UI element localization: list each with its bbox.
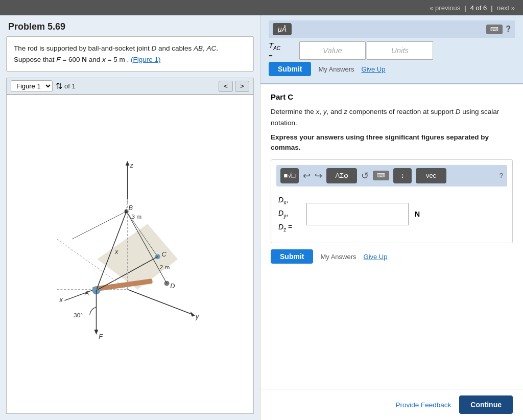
part-c-toolbar: ■√□ ↩ ↪ AΣφ ↺ ⌨ ↕: [276, 165, 507, 186]
matrix-sqrt-icon: ■√□: [284, 172, 296, 179]
svg-rect-9: [92, 278, 153, 292]
svg-text:30°: 30°: [74, 312, 83, 319]
continue-button[interactable]: Continue: [459, 395, 513, 414]
problem-title: Problem 5.69: [0, 15, 260, 36]
cycle-button[interactable]: ↺: [361, 170, 369, 181]
separator2: |: [491, 4, 492, 12]
units-placeholder: Units: [391, 46, 409, 55]
figure-canvas: z y x A D B: [6, 95, 254, 414]
matrix-sqrt-button[interactable]: ■√□: [280, 168, 299, 183]
svg-line-4: [128, 290, 193, 315]
figure-prev-btn[interactable]: <: [219, 81, 233, 92]
help-symbol-c[interactable]: ?: [500, 172, 503, 179]
svg-text:x: x: [59, 296, 63, 304]
d-unit-label: N: [415, 210, 420, 218]
figure-toolbar: Figure 1 ⇅ of 1 < >: [6, 78, 254, 95]
part-c-my-answers: My Answers: [320, 253, 356, 261]
part-b-give-up[interactable]: Give Up: [362, 65, 386, 73]
figure-arrows-icon: ⇅: [56, 81, 62, 91]
svg-line-23: [72, 212, 126, 239]
figure-svg: z y x A D B: [7, 95, 253, 413]
redo-button[interactable]: ↪: [315, 170, 322, 181]
top-navigation-bar: « previous | 4 of 6 | next »: [0, 0, 523, 15]
provide-feedback-link[interactable]: Provide Feedback: [396, 401, 451, 409]
left-panel: Problem 5.69 The rod is supported by bal…: [0, 15, 260, 420]
svg-text:x: x: [114, 248, 118, 256]
arrows-icon: ↕: [401, 172, 405, 179]
part-c-submit-row: Submit My Answers Give Up: [271, 249, 513, 264]
bottom-row: Provide Feedback Continue: [260, 389, 523, 420]
part-c-description: Determine the x, y, and z components of …: [271, 106, 513, 128]
value-input-box[interactable]: Value: [299, 41, 366, 60]
part-c-section: Part C Determine the x, y, and z compone…: [260, 84, 523, 389]
tac-input-row: TAC = Value Units: [269, 41, 515, 60]
svg-text:C: C: [162, 251, 167, 259]
keyboard-button-b[interactable]: ⌨: [486, 25, 503, 34]
d-components-input[interactable]: [306, 203, 409, 225]
problem-description: The rod is supported by ball-and-socket …: [6, 36, 254, 72]
part-b-submit-row: Submit My Answers Give Up: [269, 60, 515, 78]
alpha-sigma-phi-icon: AΣφ: [335, 172, 348, 179]
part-b-submit-button[interactable]: Submit: [269, 62, 311, 76]
svg-text:F: F: [99, 333, 103, 340]
svg-marker-28: [94, 330, 99, 335]
vec-button[interactable]: vec: [416, 168, 446, 183]
progress-indicator: 4 of 6: [470, 4, 487, 12]
dx-label: Dx,: [278, 196, 288, 204]
help-button-b[interactable]: ?: [506, 25, 511, 34]
arrows-button[interactable]: ↕: [393, 168, 412, 183]
svg-text:3 m: 3 m: [131, 214, 141, 221]
svg-text:B: B: [129, 204, 133, 212]
part-c-give-up[interactable]: Give Up: [364, 253, 388, 261]
part-c-submit-button[interactable]: Submit: [271, 249, 313, 264]
d-components-label: Dx, Dy, Dz =: [278, 194, 306, 235]
tac-label: TAC =: [269, 41, 294, 60]
dz-label: Dz =: [278, 223, 292, 231]
separator: |: [464, 4, 466, 12]
value-placeholder: Value: [323, 46, 342, 55]
units-input-box[interactable]: Units: [367, 41, 433, 60]
undo-button[interactable]: ↩: [303, 170, 311, 181]
part-c-instruction: Express your answers using three signifi…: [271, 132, 513, 153]
figure-of-label: of 1: [64, 82, 76, 90]
keyboard-button-c[interactable]: ⌨: [373, 171, 389, 180]
part-b-toolbar: μÅ ⌨ ?: [269, 20, 515, 38]
problem-text: The rod is supported by ball-and-socket …: [14, 44, 218, 63]
part-b-my-answers: My Answers: [318, 65, 354, 73]
part-b-area: μÅ ⌨ ? TAC = Value Units Subm: [260, 15, 523, 84]
svg-text:z: z: [130, 161, 134, 169]
mu-button[interactable]: μÅ: [273, 23, 292, 35]
main-layout: Problem 5.69 The rod is supported by bal…: [0, 15, 523, 420]
svg-text:y: y: [195, 313, 200, 320]
figure-link[interactable]: (Figure 1): [131, 56, 161, 63]
previous-link[interactable]: « previous: [430, 4, 460, 12]
svg-marker-2: [126, 161, 130, 166]
svg-text:2 m: 2 m: [160, 264, 170, 271]
vec-icon: vec: [426, 172, 436, 179]
part-c-title: Part C: [271, 92, 513, 101]
alpha-sigma-phi-button[interactable]: AΣφ: [326, 168, 357, 183]
figure-next-btn[interactable]: >: [235, 81, 249, 92]
d-input-row: Dx, Dy, Dz = N: [276, 191, 507, 238]
svg-text:D: D: [170, 283, 175, 290]
right-panel: μÅ ⌨ ? TAC = Value Units Subm: [260, 15, 523, 420]
figure-select[interactable]: Figure 1: [11, 80, 53, 92]
svg-line-8: [64, 290, 94, 301]
svg-text:A: A: [84, 289, 89, 297]
next-link[interactable]: next »: [497, 4, 515, 12]
part-c-input-area: ■√□ ↩ ↪ AΣφ ↺ ⌨ ↕: [271, 159, 513, 243]
dy-label: Dy,: [278, 209, 288, 217]
